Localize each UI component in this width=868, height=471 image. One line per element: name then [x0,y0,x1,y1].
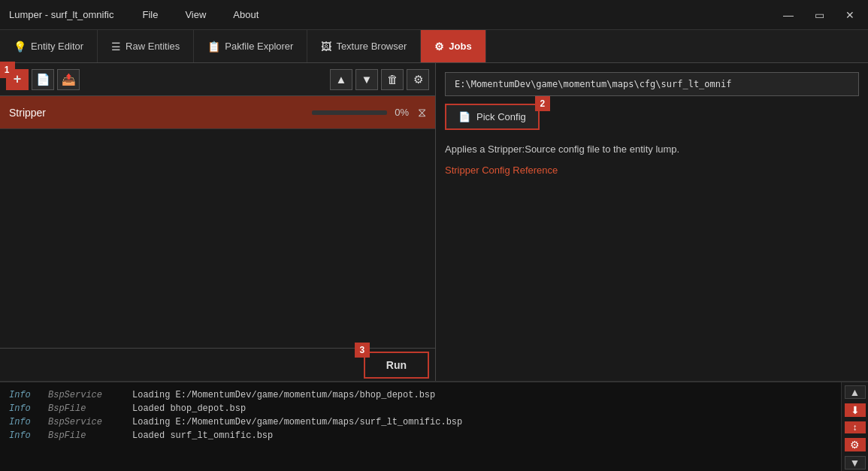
log-source: BspFile [48,430,123,441]
log-message: Loading E:/MomentumDev/game/momentum/map… [132,417,462,427]
tab-entity-editor[interactable]: 💡 Entity Editor [0,30,98,62]
log-level: Info [9,417,39,427]
entity-editor-icon: 💡 [14,41,26,53]
tab-raw-entities[interactable]: ☰ Raw Entities [98,30,194,62]
run-button[interactable]: 3 Run [364,352,429,379]
move-up-button[interactable]: ▲ [330,69,352,90]
raw-entities-icon: ☰ [111,41,121,53]
export-button[interactable]: 📤 [57,69,80,90]
pick-config-button[interactable]: 📄 Pick Config 2 [445,104,540,130]
new-file-icon: 📄 [36,73,50,86]
log-row: Info BspFile Loaded bhop_depot.bsp [9,402,832,415]
menu-file[interactable]: File [136,6,164,23]
log-filter-button[interactable]: ↕ [845,421,866,433]
log-source: BspService [48,417,123,427]
progress-bar-track [312,110,387,115]
texture-icon: 🖼 [321,41,331,53]
toolbar: 1 + 📄 📤 ▲ ▼ 🗑 ⚙ [0,63,435,96]
pick-config-icon: 📄 [458,111,470,122]
tab-jobs[interactable]: ⚙ Jobs [421,30,485,62]
pakfile-icon: 📋 [207,41,220,53]
config-reference-link[interactable]: Stripper Config Reference [445,165,859,176]
toolbar-right: ▲ ▼ 🗑 ⚙ [330,69,429,90]
log-row: Info BspService Loading E:/MomentumDev/g… [9,388,832,402]
job-progress: 0% [395,107,409,118]
log-scroll-up-button[interactable]: ▲ [845,385,866,399]
right-panel: E:\MomentumDev\game\momentum\maps\cfg\su… [436,63,868,381]
log-content: Info BspService Loading E:/MomentumDev/g… [0,382,841,471]
window-controls: — ▭ ✕ [779,8,859,23]
jobs-icon: ⚙ [434,41,444,53]
tab-texture-label: Texture Browser [336,41,407,52]
tab-pakfile-label: Pakfile Explorer [225,41,293,52]
menu-bar: File View About [136,6,779,23]
log-area: Info BspService Loading E:/MomentumDev/g… [0,381,868,471]
log-scroll-down-button[interactable]: ▼ [845,456,866,469]
log-level: Info [9,430,39,441]
annotation-1-badge: 1 [0,62,15,78]
menu-about[interactable]: About [227,6,265,23]
maximize-button[interactable]: ▭ [810,8,829,23]
tab-entity-editor-label: Entity Editor [31,41,83,52]
log-row: Info BspService Loading E:/MomentumDev/g… [9,415,832,429]
annotation-2-badge: 2 [535,96,550,111]
export-icon: 📤 [62,73,76,86]
file-path-display: E:\MomentumDev\game\momentum\maps\cfg\su… [445,72,859,96]
app-title: Lumper - surf_lt_omnific [9,9,113,20]
pick-config-container: 📄 Pick Config 2 [445,104,859,130]
pick-config-label: Pick Config [476,111,526,122]
run-area: 3 Run [0,348,435,381]
log-level: Info [9,390,39,400]
tab-pakfile-explorer[interactable]: 📋 Pakfile Explorer [194,30,307,62]
menu-view[interactable]: View [179,6,212,23]
tab-jobs-label: Jobs [449,41,471,52]
left-panel: 1 + 📄 📤 ▲ ▼ 🗑 ⚙ Stripper [0,63,436,381]
log-sidebar: ▲ ⬇ ↕ ⚙ ▼ [841,382,868,471]
tab-raw-entities-label: Raw Entities [126,41,180,52]
log-source: BspService [48,390,123,400]
annotation-3-badge: 3 [355,343,370,358]
job-item[interactable]: Stripper 0% ⧖ [0,96,435,129]
job-description: Applies a Stripper:Source config file to… [445,142,859,157]
tab-bar: 💡 Entity Editor ☰ Raw Entities 📋 Pakfile… [0,30,868,63]
run-button-label: Run [386,359,407,371]
job-list: Stripper 0% ⧖ [0,96,435,348]
minimize-button[interactable]: — [779,8,798,23]
settings-button[interactable]: ⚙ [407,69,429,90]
log-download-button[interactable]: ⬇ [845,403,866,417]
log-message: Loaded surf_lt_omnific.bsp [132,430,273,441]
delete-button[interactable]: 🗑 [381,69,404,90]
close-button[interactable]: ✕ [841,8,859,23]
log-level: Info [9,403,39,414]
job-name: Stripper [9,107,312,119]
log-source: BspFile [48,403,123,414]
title-bar: Lumper - surf_lt_omnific File View About… [0,0,868,30]
tab-texture-browser[interactable]: 🖼 Texture Browser [307,30,421,62]
move-down-button[interactable]: ▼ [355,69,378,90]
log-settings-button[interactable]: ⚙ [845,438,866,451]
log-message: Loaded bhop_depot.bsp [132,403,246,414]
log-row: Info BspFile Loaded surf_lt_omnific.bsp [9,429,832,442]
log-message: Loading E:/MomentumDev/game/momentum/map… [132,390,435,400]
job-status: ⧖ [418,106,426,119]
new-file-button[interactable]: 📄 [32,69,54,90]
main-content: 1 + 📄 📤 ▲ ▼ 🗑 ⚙ Stripper [0,63,868,381]
